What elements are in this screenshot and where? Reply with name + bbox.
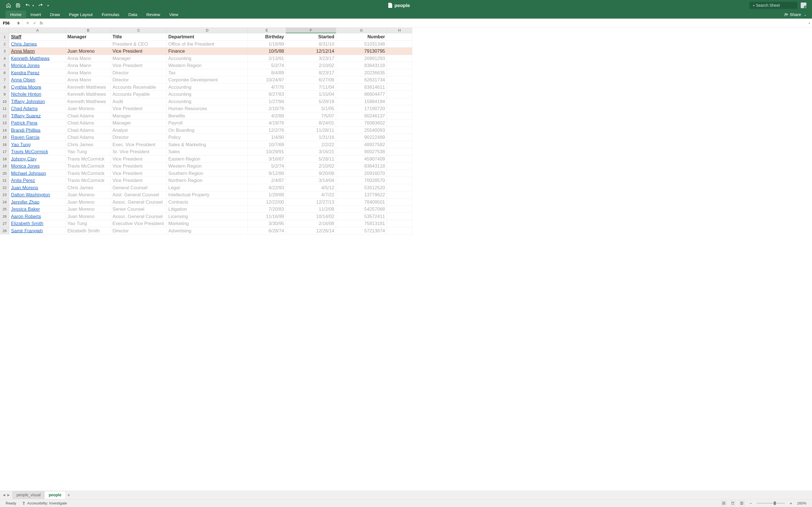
cell[interactable]: 51031348 <box>336 41 387 48</box>
row-header-11[interactable]: 11 <box>0 105 9 112</box>
cell[interactable]: Chad Adams <box>9 105 66 112</box>
cell[interactable] <box>387 62 412 69</box>
cell[interactable]: Southern Region <box>167 170 248 177</box>
cell[interactable]: 6/27/06 <box>286 76 336 83</box>
cell[interactable]: 10/14/02 <box>286 213 336 220</box>
cell[interactable]: 15984194 <box>336 98 387 105</box>
cell[interactable]: 3/16/21 <box>286 148 336 156</box>
add-sheet-button[interactable]: + <box>65 492 72 498</box>
row-header-24[interactable]: 24 <box>0 199 9 206</box>
row-header-2[interactable]: 2 <box>0 41 9 48</box>
cell[interactable]: Anna Mann <box>66 55 111 62</box>
cell[interactable]: Accounting <box>167 55 248 62</box>
cell[interactable]: Kenneth Matthews <box>66 91 111 98</box>
cell[interactable]: Juan Moreno <box>66 48 111 55</box>
cell[interactable]: 75813181 <box>336 220 387 227</box>
cell[interactable]: 8/23/17 <box>286 69 336 76</box>
cell[interactable]: 10/24/97 <box>248 76 286 83</box>
cell[interactable]: 80246137 <box>336 112 387 120</box>
cell[interactable] <box>387 227 412 235</box>
cell[interactable]: Yao Tung <box>66 220 111 227</box>
cell[interactable]: 76083602 <box>336 119 387 127</box>
cell[interactable]: 11/16/99 <box>248 213 286 220</box>
zoom-thumb[interactable] <box>774 501 776 505</box>
cell[interactable]: Chris James <box>66 184 111 191</box>
cell[interactable]: 2/13/91 <box>248 55 286 62</box>
cell[interactable] <box>387 170 412 177</box>
cell[interactable]: General Counsel <box>111 184 167 191</box>
cell[interactable]: On Boarding <box>167 127 248 134</box>
row-header-7[interactable]: 7 <box>0 76 9 83</box>
cell[interactable] <box>66 41 111 48</box>
cell[interactable]: Kenneth Matthews <box>66 83 111 91</box>
cell[interactable]: Travis McCormick <box>9 148 66 156</box>
cell[interactable]: Anna Mann <box>66 69 111 76</box>
cell[interactable]: 7/5/07 <box>286 112 336 120</box>
cell[interactable]: 79130795 <box>336 48 387 55</box>
cell[interactable]: Accounting <box>167 83 248 91</box>
row-header-19[interactable]: 19 <box>0 163 9 170</box>
cell[interactable]: 9/27/83 <box>248 91 286 98</box>
cell[interactable]: Chris James <box>66 141 111 149</box>
ribbon-tab-data[interactable]: Data <box>124 11 142 19</box>
cell[interactable]: Chad Adams <box>66 134 111 141</box>
cell[interactable]: Legal <box>167 184 248 191</box>
cell[interactable]: Juan Moreno <box>66 213 111 220</box>
cell[interactable]: Vice President <box>111 177 167 184</box>
cell[interactable]: Jennifer Zhao <box>9 199 66 206</box>
cell[interactable]: Analyst <box>111 127 167 134</box>
name-box[interactable] <box>0 18 22 27</box>
row-header-9[interactable]: 9 <box>0 91 9 98</box>
cell[interactable]: 17190720 <box>336 105 387 112</box>
cell[interactable]: Yao Tung <box>66 148 111 156</box>
cell[interactable]: 2/16/08 <box>286 220 336 227</box>
cell[interactable] <box>387 91 412 98</box>
cell[interactable]: Executive Vice President <box>111 220 167 227</box>
row-header-13[interactable]: 13 <box>0 119 9 127</box>
cell[interactable]: 12/12/14 <box>286 48 336 55</box>
cell[interactable] <box>387 199 412 206</box>
column-header-B[interactable]: B <box>66 27 111 33</box>
row-header-28[interactable]: 28 <box>0 227 9 235</box>
cell[interactable] <box>387 213 412 220</box>
cell[interactable]: Vice President <box>111 156 167 163</box>
cell[interactable] <box>387 141 412 149</box>
cell[interactable]: 53512520 <box>336 184 387 191</box>
cell[interactable]: 12/27/13 <box>286 199 336 206</box>
cell[interactable]: Kenneth Matthews <box>66 98 111 105</box>
spreadsheet-grid[interactable]: ABCDEFGH 1234567891011121314151617181920… <box>0 27 812 491</box>
cell[interactable]: Exec. Vice President <box>111 141 167 149</box>
namebox-up-icon[interactable] <box>17 21 20 23</box>
header-cell[interactable]: Number <box>336 33 387 41</box>
cell[interactable]: Northern Region <box>167 177 248 184</box>
cell[interactable]: Director <box>111 227 167 235</box>
header-cell[interactable]: Department <box>167 33 248 41</box>
cell[interactable]: Manager <box>111 112 167 120</box>
row-header-26[interactable]: 26 <box>0 213 9 220</box>
share-button[interactable]: Share <box>784 12 801 17</box>
cell[interactable]: President & CEO <box>111 41 167 48</box>
sheet-tab-people[interactable]: people <box>45 491 65 499</box>
header-cell[interactable]: Title <box>111 33 167 41</box>
cell[interactable]: 8/24/01 <box>286 119 336 127</box>
expand-formula-icon[interactable]: ▾ <box>806 21 812 25</box>
cell[interactable]: Vice President <box>111 62 167 69</box>
cell[interactable]: Travis McCormick <box>66 163 111 170</box>
search-dropdown-icon[interactable]: ▾ <box>753 4 755 7</box>
cell[interactable]: Assoc. General Counsel <box>111 199 167 206</box>
column-header-A[interactable]: A <box>9 27 66 33</box>
name-box-input[interactable] <box>3 21 17 25</box>
cell[interactable]: 62631734 <box>336 76 387 83</box>
cell[interactable]: Finance <box>167 48 248 55</box>
cell[interactable]: 1/27/94 <box>248 98 286 105</box>
search-box[interactable]: ▾ <box>749 2 797 9</box>
cell[interactable]: Raven Garcia <box>9 134 66 141</box>
cell[interactable]: 48927582 <box>336 141 387 149</box>
cell[interactable] <box>387 220 412 227</box>
cell[interactable]: 6/28/74 <box>248 227 286 235</box>
cell[interactable]: Director <box>111 69 167 76</box>
cell[interactable]: Anna Mann <box>66 76 111 83</box>
cell[interactable]: Accounting <box>167 98 248 105</box>
cell[interactable]: 12/2/76 <box>248 127 286 134</box>
row-header-22[interactable]: 22 <box>0 184 9 191</box>
